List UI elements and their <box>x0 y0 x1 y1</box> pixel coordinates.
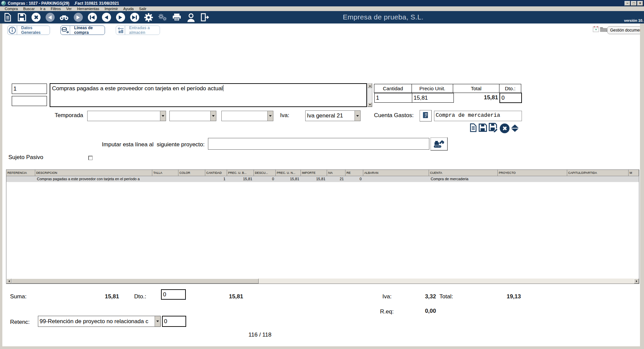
scroll-down-icon[interactable] <box>368 102 372 107</box>
cell-truncated <box>629 176 639 182</box>
col-prec-u-n[interactable]: PREC. U. N... <box>276 170 301 176</box>
col-descripcion[interactable]: DESCRIPCION <box>35 170 152 176</box>
cuenta-gastos-label: Cuenta Gastos: <box>374 112 414 119</box>
col-talla[interactable]: TALLA <box>152 170 178 176</box>
menu-herramientas[interactable]: Herramientas <box>74 6 102 11</box>
line-description-input[interactable]: Compras pagadas a este proveedor con tar… <box>50 83 367 107</box>
line-number-input[interactable] <box>12 84 47 94</box>
col-iva[interactable]: IVA <box>327 170 345 176</box>
col-cantidad[interactable]: CANTIDAD <box>205 170 227 176</box>
price-header: Precio Unit. <box>412 84 453 93</box>
suma-value: 15,81 <box>77 293 119 300</box>
cell-color <box>178 176 205 182</box>
new-document-icon[interactable] <box>3 13 12 22</box>
save-icon[interactable] <box>17 13 26 22</box>
settings-gear-icon[interactable] <box>144 13 153 22</box>
line-number-2-input[interactable] <box>12 96 47 106</box>
proyecto-lookup-button[interactable] <box>430 137 448 151</box>
menu-ir-a[interactable]: Ir a <box>37 6 48 11</box>
menu-salir[interactable]: Salir <box>137 6 149 11</box>
minimize-button[interactable]: – <box>625 1 630 6</box>
col-referencia[interactable]: REFERENCIA <box>6 170 35 176</box>
first-record-icon[interactable] <box>88 13 97 22</box>
chevron-down-icon[interactable] <box>267 111 273 121</box>
window-border-bottom <box>0 346 644 349</box>
total-summary-label: Total: <box>439 293 453 300</box>
iva-combo[interactable]: Iva general 21 <box>305 110 361 121</box>
tab-lineas-de-compra[interactable]: Lineas de compra <box>60 26 105 35</box>
folder-icon[interactable] <box>600 27 607 34</box>
col-importe[interactable]: IMPORTE <box>301 170 327 176</box>
scroll-up-icon[interactable] <box>368 84 372 88</box>
chevron-down-icon[interactable] <box>155 316 160 327</box>
dto-summary-label: Dto.: <box>134 293 146 300</box>
menu-imprimir[interactable]: Imprimir <box>102 6 121 11</box>
menu-buscar[interactable]: Buscar <box>20 6 37 11</box>
menu-compra[interactable]: Compra <box>2 6 20 11</box>
close-button[interactable]: × <box>637 1 643 6</box>
retenc-value: 99-Retención de proyecto no relacionada … <box>38 318 155 325</box>
gestion-documental-button[interactable]: Gestión documenta <box>607 26 644 34</box>
cuenta-gastos-field[interactable]: Compra de mercaderia <box>434 111 522 121</box>
dto-input[interactable] <box>499 93 522 103</box>
next-record-icon[interactable] <box>116 13 125 22</box>
temporada-combo-1[interactable] <box>87 111 166 121</box>
grid-header-row: REFERENCIA DESCRIPCION TALLA COLOR CANTI… <box>6 170 639 176</box>
last-record-icon[interactable] <box>130 13 139 22</box>
print-icon[interactable] <box>172 13 181 22</box>
col-truncated[interactable]: M <box>629 170 639 176</box>
grid-data-row[interactable]: Compras pagadas a este proveedor con tar… <box>6 176 639 182</box>
cuenta-gastos-lookup-button[interactable] <box>420 110 432 121</box>
cancel-icon[interactable] <box>31 13 41 22</box>
save-edit-line-icon[interactable] <box>489 123 498 134</box>
menu-filtros[interactable]: Filtros <box>48 6 63 11</box>
description-scrollbar[interactable] <box>367 83 372 107</box>
move-up-down-icon[interactable] <box>511 124 519 132</box>
dto-summary-input[interactable] <box>161 289 186 300</box>
maximize-button[interactable]: □ <box>631 1 637 6</box>
col-albaran[interactable]: ALBARAN <box>363 170 429 176</box>
delete-line-icon[interactable] <box>500 123 509 133</box>
menu-ver[interactable]: Ver <box>63 6 74 11</box>
scroll-right-icon[interactable] <box>634 279 639 284</box>
menu-bar: Compra Buscar Ir a Filtros Ver Herramien… <box>0 6 644 11</box>
col-re[interactable]: RE <box>345 170 363 176</box>
dto-header: Dto.: <box>499 84 521 93</box>
col-descu[interactable]: DESCU... <box>254 170 276 176</box>
cell-descu: 0 <box>254 176 276 182</box>
col-color[interactable]: COLOR <box>178 170 205 176</box>
col-cuenta[interactable]: CUENTA <box>429 170 498 176</box>
retenc-label: Retenc: <box>10 319 30 326</box>
retenc-combo[interactable]: 99-Retención de proyecto no relacionada … <box>38 316 161 327</box>
search-icon[interactable] <box>59 13 69 22</box>
price-input[interactable] <box>412 93 454 103</box>
tab-datos-generales[interactable]: Datos Generales <box>7 26 50 35</box>
qty-input[interactable] <box>374 93 412 103</box>
menu-ayuda[interactable]: Ayuda <box>121 6 137 11</box>
redo-icon <box>73 13 83 22</box>
grid-horizontal-scrollbar[interactable] <box>6 279 639 284</box>
exit-door-icon[interactable] <box>200 13 210 22</box>
calendar-icon[interactable] <box>593 26 599 34</box>
col-prec-u-b[interactable]: PREC. U. B... <box>227 170 254 176</box>
suma-label: Suma: <box>10 293 26 300</box>
scrollbar-thumb[interactable] <box>11 279 259 284</box>
tab-entradas-almacen[interactable]: Entradas a almacén <box>116 26 160 35</box>
temporada-combo-2[interactable] <box>169 111 216 121</box>
excavator-icon <box>433 139 445 149</box>
chevron-down-icon[interactable] <box>210 111 216 121</box>
proyecto-input[interactable] <box>208 138 429 150</box>
scroll-left-icon[interactable] <box>6 279 11 284</box>
new-line-icon[interactable] <box>470 123 477 134</box>
temporada-combo-3[interactable] <box>221 111 273 121</box>
user-icon[interactable] <box>186 13 196 22</box>
col-proyecto[interactable]: PROYECTO <box>498 170 567 176</box>
save-line-icon[interactable] <box>479 123 487 133</box>
sujeto-pasivo-checkbox[interactable] <box>88 156 93 160</box>
coins-icon <box>61 26 70 35</box>
previous-record-icon[interactable] <box>102 13 111 22</box>
chevron-down-icon[interactable] <box>160 111 166 121</box>
retenc-amount-input[interactable] <box>162 316 186 327</box>
chevron-down-icon[interactable] <box>355 111 360 121</box>
col-capitulo-partida[interactable]: CAPITULO/PARTIDA <box>567 170 629 176</box>
